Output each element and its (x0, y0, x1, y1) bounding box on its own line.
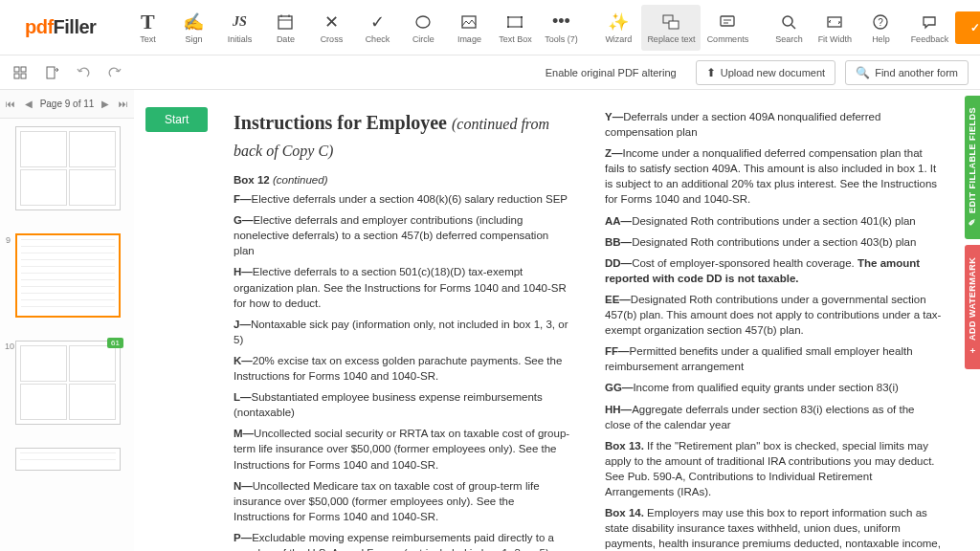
watermark-tab[interactable]: ＋ADD WATERMARK (965, 245, 980, 369)
text-tool[interactable]: TText (124, 5, 170, 51)
code-entry: G—Elective deferrals and employer contri… (234, 212, 570, 258)
start-button[interactable]: Start (145, 107, 208, 132)
svg-rect-22 (21, 67, 26, 72)
wand-icon: ✨ (608, 11, 629, 33)
upload-icon: ⬆ (706, 66, 716, 79)
first-page-icon[interactable]: ⏮ (4, 99, 17, 109)
comments-tool[interactable]: Comments (701, 5, 754, 51)
prev-page-icon[interactable]: ◀ (23, 99, 34, 109)
field-count-badge: 61 (107, 338, 123, 348)
code-entry: M—Uncollected social security or RRTA ta… (234, 426, 570, 472)
code-entry: N—Uncollected Medicare tax on taxable co… (234, 478, 570, 524)
last-page-icon[interactable]: ⏭ (117, 99, 130, 109)
code-entry: HH—Aggregate deferrals under section 83(… (605, 402, 942, 432)
code-entry: GG—Income from qualified equity grants u… (605, 380, 942, 395)
svg-rect-9 (507, 26, 509, 28)
image-icon (460, 11, 478, 33)
svg-rect-8 (521, 16, 523, 18)
more-icon: ••• (552, 11, 570, 33)
date-tool[interactable]: Date (262, 5, 308, 51)
code-entry: L—Substantiated employee business expens… (234, 389, 570, 420)
cross-icon: ✕ (324, 11, 339, 33)
page-thumbnail[interactable]: 11 (15, 448, 121, 471)
secondary-bar: Enable original PDF altering ⬆Upload new… (0, 55, 980, 90)
check-icon: ✓ (970, 21, 980, 34)
right-column: Y—Deferrals under a section 409A nonqual… (605, 109, 942, 551)
calendar-icon (277, 11, 294, 33)
initials-tool[interactable]: JSInitials (216, 5, 262, 51)
box14-text: Box 14. Employers may use this box to re… (605, 505, 942, 551)
code-entry: BB—Designated Roth contributions under a… (605, 234, 942, 250)
textbox-tool[interactable]: Text Box (492, 5, 538, 51)
textbox-icon (506, 11, 523, 33)
svg-rect-24 (21, 74, 26, 78)
svg-line-17 (791, 25, 795, 29)
comment-icon (719, 11, 736, 33)
page-thumbnail[interactable]: 9 (15, 233, 121, 318)
page-indicator: Page 9 of 11 (40, 99, 95, 109)
svg-rect-6 (508, 17, 522, 27)
code-entry: EE—Designated Roth contributions under a… (605, 292, 942, 338)
redo-icon[interactable] (103, 61, 126, 84)
circle-tool[interactable]: Circle (400, 5, 446, 51)
code-entry: F—Elective deferrals under a section 408… (234, 191, 570, 207)
edit-icon: ✎ (968, 218, 977, 227)
wizard-tool[interactable]: ✨Wizard (595, 5, 641, 51)
sign-icon: ✍ (183, 11, 204, 33)
upload-button[interactable]: ⬆Upload new document (696, 60, 835, 85)
svg-rect-10 (521, 26, 523, 28)
main-toolbar: pdfFiller TText ✍Sign JSInitials Date ✕C… (0, 0, 980, 55)
box13-text: Box 13. If the "Retirement plan" box is … (605, 438, 942, 499)
edit-fields-tab[interactable]: ✎EDIT FILLABLE FIELDS (965, 96, 980, 239)
svg-rect-25 (47, 67, 55, 78)
sidebar-tools (0, 55, 134, 90)
export-icon[interactable] (40, 61, 63, 84)
image-tool[interactable]: Image (446, 5, 492, 51)
svg-text:?: ? (879, 17, 884, 28)
sign-tool[interactable]: ✍Sign (170, 5, 216, 51)
next-page-icon[interactable]: ▶ (100, 99, 111, 109)
logo[interactable]: pdfFiller (8, 16, 113, 38)
page-thumbnail[interactable] (15, 126, 121, 210)
document-viewport[interactable]: Instructions for Employee (continued fro… (211, 90, 965, 551)
cross-tool[interactable]: ✕Cross (308, 5, 354, 51)
edit-tools: TText ✍Sign JSInitials Date ✕Cross ✓Chec… (124, 5, 584, 51)
left-column: Instructions for Employee (continued fro… (234, 109, 570, 551)
svg-point-4 (416, 16, 430, 28)
code-entry: Z—Income under a nonqualified deferred c… (605, 145, 942, 207)
replace-text-tool[interactable]: Replace text (641, 5, 701, 51)
undo-icon[interactable] (72, 61, 95, 84)
svg-rect-21 (14, 67, 19, 72)
svg-rect-12 (669, 21, 679, 29)
enable-alt-button[interactable]: Enable original PDF altering (536, 60, 686, 85)
svg-rect-7 (507, 16, 509, 18)
pages-view-icon[interactable] (9, 61, 32, 84)
code-entry: K—20% excise tax on excess golden parach… (234, 353, 570, 384)
document-content: Instructions for Employee (continued fro… (211, 90, 965, 551)
box12-heading: Box 12 (continued) (234, 172, 570, 187)
replace-icon (661, 11, 680, 33)
tools-more[interactable]: •••Tools (7) (538, 5, 584, 51)
svg-point-16 (783, 16, 792, 26)
circle-icon (414, 11, 432, 33)
code-entry: Y—Deferrals under a section 409A nonqual… (605, 109, 942, 140)
search-icon (780, 11, 797, 33)
search-tool[interactable]: Search (766, 5, 812, 51)
code-entry: DD—Cost of employer-sponsored health cov… (605, 255, 942, 286)
help-icon: ? (872, 11, 889, 33)
svg-rect-13 (721, 16, 734, 26)
feedback-tool[interactable]: Feedback (903, 5, 955, 51)
find-form-button[interactable]: 🔍Find another form (845, 60, 969, 85)
help-tool[interactable]: ?Help (858, 5, 903, 51)
search-icon: 🔍 (856, 66, 870, 79)
feedback-icon (921, 11, 938, 33)
view-tools: Search Fit Width ?Help Feedback (766, 5, 955, 51)
plus-icon: ＋ (967, 346, 979, 356)
done-button[interactable]: ✓DONE (955, 11, 980, 44)
code-entry: AA—Designated Roth contributions under a… (605, 213, 942, 229)
page-navigation: ⏮ ◀ Page 9 of 11 ▶ ⏭ (0, 90, 134, 119)
fit-width-tool[interactable]: Fit Width (812, 5, 858, 51)
page-thumbnail[interactable]: 1061 (15, 341, 121, 425)
fitwidth-icon (826, 11, 843, 33)
check-tool[interactable]: ✓Check (354, 5, 400, 51)
